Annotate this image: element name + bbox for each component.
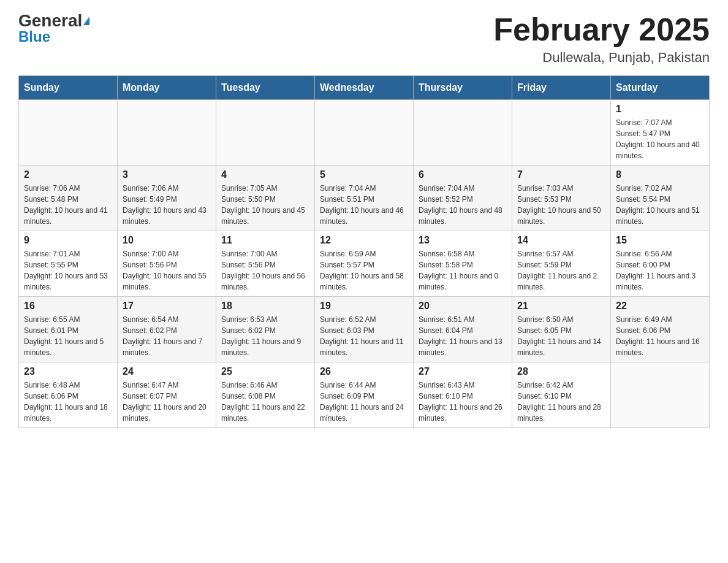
day-number: 28: [517, 366, 605, 377]
day-number: 17: [123, 301, 211, 312]
day-number: 7: [517, 169, 605, 180]
day-info: Sunrise: 6:52 AM Sunset: 6:03 PM Dayligh…: [320, 314, 408, 358]
day-number: 18: [221, 301, 309, 312]
day-info: Sunrise: 6:56 AM Sunset: 6:00 PM Dayligh…: [616, 248, 704, 293]
day-info: Sunrise: 7:03 AM Sunset: 5:53 PM Dayligh…: [517, 183, 605, 227]
calendar-cell: 22Sunrise: 6:49 AM Sunset: 6:06 PM Dayli…: [611, 297, 710, 362]
day-info: Sunrise: 6:46 AM Sunset: 6:08 PM Dayligh…: [221, 380, 309, 424]
day-info: Sunrise: 6:42 AM Sunset: 6:10 PM Dayligh…: [517, 380, 605, 424]
calendar-cell: 21Sunrise: 6:50 AM Sunset: 6:05 PM Dayli…: [512, 297, 611, 362]
logo-blue: Blue: [18, 29, 50, 44]
day-info: Sunrise: 7:01 AM Sunset: 5:55 PM Dayligh…: [24, 248, 112, 293]
weekday-header-thursday: Thursday: [414, 76, 512, 100]
day-number: 9: [24, 235, 112, 246]
calendar-row: 16Sunrise: 6:55 AM Sunset: 6:01 PM Dayli…: [19, 297, 710, 362]
day-info: Sunrise: 6:54 AM Sunset: 6:02 PM Dayligh…: [123, 314, 211, 358]
calendar-row: 1Sunrise: 7:07 AM Sunset: 5:47 PM Daylig…: [19, 100, 710, 166]
day-info: Sunrise: 6:55 AM Sunset: 6:01 PM Dayligh…: [24, 314, 112, 358]
day-info: Sunrise: 6:58 AM Sunset: 5:58 PM Dayligh…: [419, 248, 507, 293]
day-number: 27: [419, 366, 507, 377]
day-number: 14: [517, 235, 605, 246]
day-info: Sunrise: 7:06 AM Sunset: 5:48 PM Dayligh…: [24, 183, 112, 227]
day-number: 12: [320, 235, 408, 246]
calendar-table: SundayMondayTuesdayWednesdayThursdayFrid…: [18, 75, 710, 428]
day-number: 22: [616, 301, 704, 312]
day-number: 25: [221, 366, 309, 377]
day-number: 8: [616, 169, 704, 180]
day-number: 1: [616, 104, 704, 115]
calendar-cell: 20Sunrise: 6:51 AM Sunset: 6:04 PM Dayli…: [414, 297, 512, 362]
day-info: Sunrise: 7:05 AM Sunset: 5:50 PM Dayligh…: [221, 183, 309, 227]
calendar-cell: 19Sunrise: 6:52 AM Sunset: 6:03 PM Dayli…: [315, 297, 414, 362]
day-info: Sunrise: 6:43 AM Sunset: 6:10 PM Dayligh…: [419, 380, 507, 424]
calendar-row: 9Sunrise: 7:01 AM Sunset: 5:55 PM Daylig…: [19, 231, 710, 297]
calendar-cell: 17Sunrise: 6:54 AM Sunset: 6:02 PM Dayli…: [118, 297, 216, 362]
calendar-cell: 1Sunrise: 7:07 AM Sunset: 5:47 PM Daylig…: [611, 100, 710, 166]
calendar-cell: [315, 100, 414, 166]
weekday-header-tuesday: Tuesday: [216, 76, 315, 100]
day-info: Sunrise: 6:49 AM Sunset: 6:06 PM Dayligh…: [616, 314, 704, 358]
calendar-cell: 8Sunrise: 7:02 AM Sunset: 5:54 PM Daylig…: [611, 166, 710, 231]
day-number: 4: [221, 169, 309, 180]
weekday-header-sunday: Sunday: [19, 76, 118, 100]
calendar-cell: 12Sunrise: 6:59 AM Sunset: 5:57 PM Dayli…: [315, 231, 414, 297]
logo-triangle-icon: [83, 17, 89, 25]
day-info: Sunrise: 6:57 AM Sunset: 5:59 PM Dayligh…: [517, 248, 605, 293]
day-info: Sunrise: 6:53 AM Sunset: 6:02 PM Dayligh…: [221, 314, 309, 358]
day-info: Sunrise: 6:51 AM Sunset: 6:04 PM Dayligh…: [419, 314, 507, 358]
day-number: 3: [123, 169, 211, 180]
weekday-header-saturday: Saturday: [611, 76, 710, 100]
calendar-cell: [19, 100, 118, 166]
day-number: 16: [24, 301, 112, 312]
day-number: 24: [123, 366, 211, 377]
day-number: 19: [320, 301, 408, 312]
day-info: Sunrise: 7:00 AM Sunset: 5:56 PM Dayligh…: [123, 248, 211, 293]
day-info: Sunrise: 6:47 AM Sunset: 6:07 PM Dayligh…: [123, 380, 211, 424]
day-info: Sunrise: 7:04 AM Sunset: 5:51 PM Dayligh…: [320, 183, 408, 227]
day-info: Sunrise: 7:00 AM Sunset: 5:56 PM Dayligh…: [221, 248, 309, 293]
calendar-cell: 15Sunrise: 6:56 AM Sunset: 6:00 PM Dayli…: [611, 231, 710, 297]
logo: General Blue: [18, 12, 89, 44]
day-info: Sunrise: 6:59 AM Sunset: 5:57 PM Dayligh…: [320, 248, 408, 293]
weekday-header-friday: Friday: [512, 76, 611, 100]
weekday-header-row: SundayMondayTuesdayWednesdayThursdayFrid…: [19, 76, 710, 100]
calendar-cell: 16Sunrise: 6:55 AM Sunset: 6:01 PM Dayli…: [19, 297, 118, 362]
weekday-header-monday: Monday: [118, 76, 216, 100]
calendar-cell: [611, 362, 710, 428]
calendar-cell: 2Sunrise: 7:06 AM Sunset: 5:48 PM Daylig…: [19, 166, 118, 231]
day-info: Sunrise: 6:44 AM Sunset: 6:09 PM Dayligh…: [320, 380, 408, 424]
calendar-cell: 28Sunrise: 6:42 AM Sunset: 6:10 PM Dayli…: [512, 362, 611, 428]
calendar-cell: 25Sunrise: 6:46 AM Sunset: 6:08 PM Dayli…: [216, 362, 315, 428]
calendar-row: 2Sunrise: 7:06 AM Sunset: 5:48 PM Daylig…: [19, 166, 710, 231]
day-number: 11: [221, 235, 309, 246]
calendar-cell: 7Sunrise: 7:03 AM Sunset: 5:53 PM Daylig…: [512, 166, 611, 231]
day-info: Sunrise: 7:02 AM Sunset: 5:54 PM Dayligh…: [616, 183, 704, 227]
location: Dullewala, Punjab, Pakistan: [493, 50, 710, 66]
day-info: Sunrise: 7:07 AM Sunset: 5:47 PM Dayligh…: [616, 117, 704, 161]
calendar-cell: [118, 100, 216, 166]
calendar-cell: 24Sunrise: 6:47 AM Sunset: 6:07 PM Dayli…: [118, 362, 216, 428]
day-number: 21: [517, 301, 605, 312]
calendar-cell: 26Sunrise: 6:44 AM Sunset: 6:09 PM Dayli…: [315, 362, 414, 428]
calendar-cell: 10Sunrise: 7:00 AM Sunset: 5:56 PM Dayli…: [118, 231, 216, 297]
day-info: Sunrise: 7:06 AM Sunset: 5:49 PM Dayligh…: [123, 183, 211, 227]
calendar-cell: [414, 100, 512, 166]
calendar-cell: 11Sunrise: 7:00 AM Sunset: 5:56 PM Dayli…: [216, 231, 315, 297]
weekday-header-wednesday: Wednesday: [315, 76, 414, 100]
calendar-cell: 4Sunrise: 7:05 AM Sunset: 5:50 PM Daylig…: [216, 166, 315, 231]
calendar-cell: 18Sunrise: 6:53 AM Sunset: 6:02 PM Dayli…: [216, 297, 315, 362]
calendar-cell: [512, 100, 611, 166]
calendar-cell: 23Sunrise: 6:48 AM Sunset: 6:06 PM Dayli…: [19, 362, 118, 428]
day-number: 13: [419, 235, 507, 246]
calendar-cell: 3Sunrise: 7:06 AM Sunset: 5:49 PM Daylig…: [118, 166, 216, 231]
day-number: 26: [320, 366, 408, 377]
day-number: 5: [320, 169, 408, 180]
calendar-cell: [216, 100, 315, 166]
page-header: General Blue February 2025 Dullewala, Pu…: [18, 12, 710, 66]
calendar-cell: 9Sunrise: 7:01 AM Sunset: 5:55 PM Daylig…: [19, 231, 118, 297]
day-number: 15: [616, 235, 704, 246]
calendar-cell: 5Sunrise: 7:04 AM Sunset: 5:51 PM Daylig…: [315, 166, 414, 231]
day-number: 20: [419, 301, 507, 312]
calendar-cell: 6Sunrise: 7:04 AM Sunset: 5:52 PM Daylig…: [414, 166, 512, 231]
day-info: Sunrise: 6:48 AM Sunset: 6:06 PM Dayligh…: [24, 380, 112, 424]
